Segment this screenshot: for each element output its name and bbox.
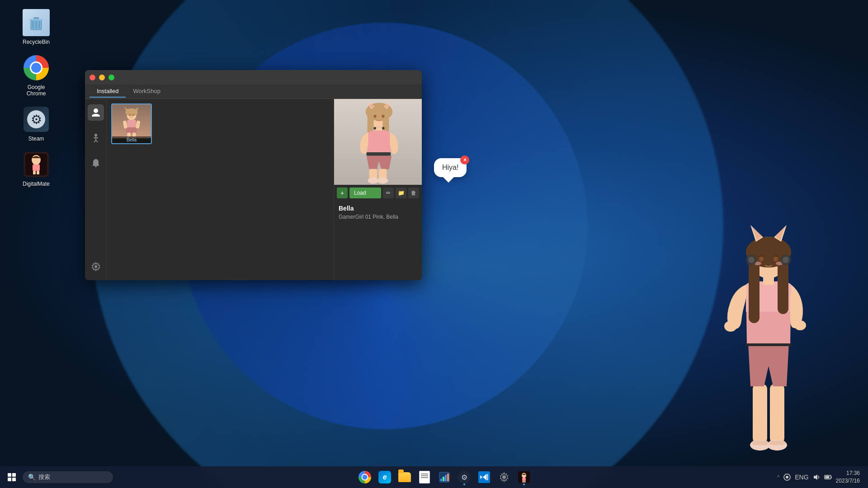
steam-taskbar-icon: ⚙	[458, 471, 471, 483]
folder-icon: 📁	[398, 190, 405, 196]
digitalmate-icon	[23, 151, 50, 178]
taskbar-clock[interactable]: 17:36 2023/7/16	[836, 469, 860, 485]
svg-point-30	[129, 114, 131, 116]
character-preview-image	[112, 104, 151, 138]
folder-button[interactable]: 📁	[396, 188, 406, 198]
explorer-icon	[398, 472, 411, 482]
svg-point-31	[132, 114, 134, 116]
language-label[interactable]: ENG	[795, 474, 808, 481]
svg-rect-1	[29, 19, 43, 20]
desktop-icon-recycle-bin[interactable]: RecycleBin	[18, 9, 54, 45]
svg-point-67	[759, 257, 764, 262]
svg-rect-83	[486, 474, 488, 480]
tray-chevron-icon[interactable]: ^	[777, 474, 780, 480]
digitalmate-label: DigitalMate	[23, 181, 50, 187]
svg-rect-11	[37, 171, 39, 174]
desktop-icon-chrome[interactable]: Google Chrome	[18, 54, 54, 97]
svg-point-18	[94, 265, 97, 268]
character-card-bella[interactable]: Bella	[111, 103, 152, 144]
speech-bubble: Hiya! ×	[434, 158, 467, 177]
taskbar-app-explorer[interactable]	[396, 468, 414, 486]
start-button[interactable]	[4, 469, 20, 485]
svg-line-17	[96, 140, 98, 142]
plus-icon: +	[340, 189, 344, 197]
search-text: 搜索	[38, 473, 50, 481]
svg-point-12	[94, 108, 98, 113]
taskbar-app-taskmanager[interactable]	[435, 468, 453, 486]
chrome-mini-icon	[359, 471, 371, 483]
detail-char-subtitle: GamerGirl 01 Pink, Bella	[339, 214, 417, 220]
taskbar-system-tray: ^ ENG 17:36 2023/7/16	[773, 469, 864, 485]
window-maximize-button[interactable]	[108, 75, 114, 80]
svg-rect-78	[440, 479, 442, 481]
clock-date: 2023/7/16	[836, 477, 860, 485]
load-label: Load	[354, 190, 366, 196]
svg-rect-93	[825, 476, 829, 479]
notepad-icon	[419, 471, 430, 483]
app-window: Installed WorkShop	[85, 70, 422, 280]
speaker-icon[interactable]	[812, 473, 821, 481]
svg-rect-87	[522, 478, 526, 481]
taskbar-app-chrome[interactable]	[356, 468, 374, 486]
sidebar-icon-settings[interactable]	[88, 258, 104, 275]
virtual-character-svg	[705, 185, 832, 465]
svg-point-76	[783, 257, 789, 263]
sidebar-icon-user[interactable]	[88, 104, 104, 121]
detail-panel: + Load ✏ 📁 🗑 Bella GamerGirl 01 Pink, B	[334, 99, 422, 280]
window-minimize-button[interactable]	[99, 75, 105, 80]
edit-button[interactable]: ✏	[383, 188, 394, 198]
delete-button[interactable]: 🗑	[408, 188, 419, 198]
svg-point-84	[502, 475, 506, 479]
taskmanager-icon	[439, 471, 450, 483]
svg-rect-80	[445, 475, 447, 481]
windows-logo-icon	[8, 473, 16, 481]
detail-actions: + Load ✏ 📁 🗑	[334, 185, 422, 201]
digitalmate-taskbar-icon	[518, 471, 530, 483]
svg-rect-61	[749, 255, 760, 323]
svg-point-72	[794, 320, 806, 330]
desktop-icons: RecycleBin Google Chrome Steam	[0, 0, 72, 196]
svg-rect-88	[523, 481, 524, 483]
load-button[interactable]: Load	[349, 188, 381, 198]
taskbar-app-vscode[interactable]	[475, 468, 493, 486]
svg-point-49	[377, 178, 388, 184]
delete-icon: 🗑	[411, 190, 416, 196]
svg-rect-79	[443, 477, 444, 481]
svg-rect-51	[770, 384, 784, 443]
taskbar-app-digitalmate[interactable]	[515, 468, 533, 486]
svg-rect-54	[752, 441, 768, 445]
svg-rect-89	[524, 481, 526, 483]
svg-point-91	[786, 476, 788, 479]
steam-icon	[23, 106, 50, 133]
svg-point-75	[748, 257, 755, 263]
desktop-icon-digitalmate[interactable]: DigitalMate	[18, 151, 54, 187]
load-plus-button[interactable]: +	[337, 188, 348, 198]
taskbar-app-notepad[interactable]	[415, 468, 434, 486]
tab-installed[interactable]: Installed	[90, 85, 126, 98]
steam-label: Steam	[28, 136, 44, 142]
window-close-button[interactable]	[90, 75, 95, 80]
window-body: Bella	[85, 99, 422, 280]
taskbar-app-steam[interactable]: ⚙	[455, 468, 473, 486]
settings-taskbar-icon	[498, 471, 510, 483]
detail-info: Bella GamerGirl 01 Pink, Bella	[334, 201, 422, 224]
taskbar-app-edge[interactable]: e	[376, 468, 394, 486]
clock-time: 17:36	[846, 469, 860, 477]
taskbar-search[interactable]: 🔍 搜索	[23, 471, 113, 483]
vscode-icon	[478, 471, 490, 483]
network-icon[interactable]	[783, 473, 791, 481]
sidebar-icon-bell[interactable]	[88, 155, 104, 171]
svg-rect-9	[33, 164, 40, 171]
svg-point-71	[724, 321, 737, 332]
desktop-icon-steam[interactable]: Steam	[18, 106, 54, 142]
tab-workshop[interactable]: WorkShop	[126, 85, 167, 98]
sidebar-icon-figure[interactable]	[88, 130, 104, 146]
svg-point-68	[774, 257, 778, 262]
svg-rect-45	[367, 152, 391, 156]
taskbar-app-settings[interactable]	[495, 468, 513, 486]
svg-point-86	[522, 473, 526, 478]
svg-point-13	[94, 134, 97, 136]
recycle-bin-icon	[23, 9, 50, 36]
svg-rect-55	[769, 441, 785, 445]
battery-icon[interactable]	[824, 473, 832, 481]
